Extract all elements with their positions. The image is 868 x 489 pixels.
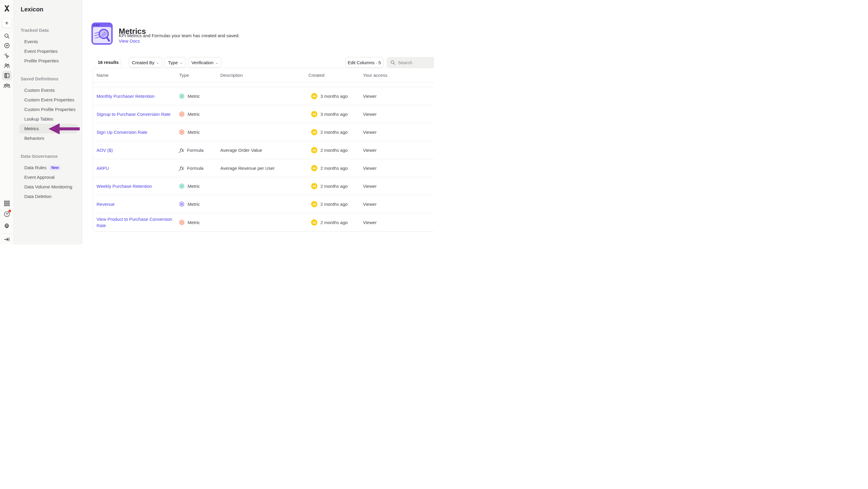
metric-name-link[interactable]: ARPU bbox=[96, 165, 109, 171]
access-cell: Viewer bbox=[363, 87, 377, 105]
column-header-type[interactable]: Type bbox=[179, 68, 189, 83]
sidebar-item-profile-properties[interactable]: Profile Properties bbox=[19, 56, 78, 66]
sidebar-item-custom-profile-properties[interactable]: Custom Profile Properties bbox=[19, 105, 78, 114]
metric-name-link[interactable]: View Product to Purchase Conversion Rate bbox=[96, 216, 175, 229]
chevron-down-icon: ⌄ bbox=[215, 61, 218, 64]
access-cell: Viewer bbox=[363, 105, 377, 123]
sidebar-item-label: Custom Event Properties bbox=[24, 97, 74, 102]
metric-name-link[interactable]: Monthly Purchaser Retention bbox=[96, 93, 154, 99]
sidebar-item-behaviors[interactable]: Behaviors bbox=[19, 134, 78, 143]
sidebar-item-label: Events bbox=[24, 39, 38, 44]
metric-hexagon-icon bbox=[179, 220, 184, 225]
sidebar-group-saved-definitions: Saved DefinitionsCustom EventsCustom Eve… bbox=[14, 74, 82, 143]
metric-hexagon-icon bbox=[179, 111, 184, 117]
type-cell: Metric bbox=[179, 177, 200, 195]
sidebar-item-custom-events[interactable]: Custom Events bbox=[19, 86, 78, 95]
type-label: Metric bbox=[188, 220, 200, 225]
created-cell: JB3 months ago bbox=[311, 87, 348, 105]
edit-columns-button[interactable]: Edit Columns · 5 bbox=[345, 57, 383, 68]
filter-verification-button[interactable]: Verification⌄ bbox=[188, 57, 221, 68]
view-docs-link[interactable]: View Docs bbox=[119, 38, 140, 44]
creator-avatar: JB bbox=[311, 219, 317, 226]
created-cell: JB2 months ago bbox=[311, 195, 348, 213]
sidebar-item-data-volume-monitoring[interactable]: Data Volume Monitoring bbox=[19, 182, 78, 192]
metric-name-link[interactable]: Revenue bbox=[96, 201, 115, 207]
sidebar-title: Lexicon bbox=[14, 5, 82, 13]
search-icon[interactable] bbox=[2, 31, 12, 41]
cohorts-icon[interactable] bbox=[2, 81, 12, 91]
sidebar-section-label: Tracked Data bbox=[14, 26, 82, 35]
type-cell: ƒxFormula bbox=[179, 141, 204, 159]
column-header-name[interactable]: Name bbox=[96, 68, 108, 83]
apps-grid-icon[interactable] bbox=[2, 199, 12, 208]
mixpanel-logo-icon[interactable] bbox=[2, 4, 12, 13]
created-cell: JB3 months ago bbox=[311, 105, 348, 123]
collapse-sign-out-icon[interactable] bbox=[2, 235, 12, 244]
created-cell: JB2 months ago bbox=[311, 177, 348, 195]
sidebar-item-event-approval[interactable]: Event Approval bbox=[19, 173, 78, 182]
metric-name-link[interactable]: Sign Up Conversion Rate bbox=[96, 129, 147, 135]
boards-compass-icon[interactable] bbox=[2, 41, 12, 50]
chevron-down-icon: ⌄ bbox=[180, 61, 183, 64]
sidebar-item-label: Event Approval bbox=[24, 175, 55, 180]
chevron-down-icon: ⌄ bbox=[156, 61, 159, 64]
metric-hexagon-icon bbox=[179, 183, 184, 189]
created-time: 3 months ago bbox=[320, 112, 348, 117]
create-new-button[interactable]: + bbox=[2, 18, 12, 28]
users-icon[interactable] bbox=[2, 61, 12, 70]
sidebar-section-label: Saved Definitions bbox=[14, 74, 82, 84]
column-header-created[interactable]: Created bbox=[308, 68, 324, 83]
search-input[interactable] bbox=[398, 60, 434, 65]
type-label: Metric bbox=[188, 112, 200, 117]
metric-name-link[interactable]: Signup to Purchase Conversion Rate bbox=[96, 111, 170, 117]
page-subtitle: KPI Metrics and Formulas your team has c… bbox=[119, 33, 240, 38]
type-label: Metric bbox=[188, 183, 200, 189]
name-cell: ARPU bbox=[96, 159, 175, 177]
filter-created-by-button[interactable]: Created By⌄ bbox=[129, 57, 162, 68]
sidebar-item-data-deletion[interactable]: Data Deletion bbox=[19, 192, 78, 201]
metrics-table: Name Type Description Created Your acces… bbox=[93, 68, 434, 232]
sidebar-section-label: Data Governance bbox=[14, 151, 82, 161]
sidebar-item-label: Event Properties bbox=[24, 49, 58, 54]
sidebar-group-tracked-data: Tracked DataEventsEvent PropertiesProfil… bbox=[14, 26, 82, 66]
created-time: 2 months ago bbox=[320, 166, 348, 171]
sidebar-item-label: Custom Profile Properties bbox=[24, 107, 75, 112]
description-cell: Average Order Value bbox=[220, 141, 262, 159]
notification-dot bbox=[8, 210, 11, 212]
metric-name-link[interactable]: AOV ($) bbox=[96, 147, 113, 153]
settings-gear-icon[interactable] bbox=[2, 221, 12, 231]
access-cell: Viewer bbox=[363, 141, 377, 159]
created-time: 3 months ago bbox=[320, 94, 348, 99]
table-header-row: Name Type Description Created Your acces… bbox=[93, 68, 434, 83]
filter-created-by-label: Created By bbox=[132, 60, 154, 65]
type-label: Formula bbox=[187, 166, 204, 171]
type-label: Metric bbox=[188, 94, 200, 99]
main-content: Metrics KPI Metrics and Formulas your te… bbox=[82, 0, 434, 244]
sidebar-item-lookup-tables[interactable]: Lookup Tables bbox=[19, 114, 78, 124]
type-cell: ƒxFormula bbox=[179, 159, 204, 177]
sidebar-item-custom-event-properties[interactable]: Custom Event Properties bbox=[19, 95, 78, 105]
lexicon-icon[interactable] bbox=[2, 71, 12, 80]
created-cell: JB2 months ago bbox=[311, 159, 348, 177]
description-cell: Average Revenue per User bbox=[220, 159, 275, 177]
sidebar-item-metrics[interactable]: Metrics bbox=[19, 124, 78, 134]
search-box[interactable] bbox=[386, 57, 434, 68]
name-cell: Signup to Purchase Conversion Rate bbox=[96, 105, 175, 123]
sidebar-item-data-rules[interactable]: Data RulesNew bbox=[19, 163, 78, 173]
table-row: Monthly Purchaser Retention MetricJB3 mo… bbox=[93, 87, 434, 105]
search-icon bbox=[390, 60, 395, 65]
filter-type-button[interactable]: Type⌄ bbox=[164, 57, 186, 68]
access-cell: Viewer bbox=[363, 159, 377, 177]
sidebar-item-events[interactable]: Events bbox=[19, 37, 78, 47]
sidebar-item-label: Behaviors bbox=[24, 136, 44, 141]
type-label: Metric bbox=[188, 202, 200, 207]
column-header-your-access[interactable]: Your access bbox=[363, 68, 387, 83]
metric-hexagon-icon bbox=[179, 93, 184, 99]
events-cursor-icon[interactable] bbox=[2, 51, 12, 61]
help-icon[interactable]: ? bbox=[2, 209, 12, 219]
column-header-description[interactable]: Description bbox=[220, 68, 243, 83]
table-row: Weekly Purchase Retention MetricJB2 mont… bbox=[93, 177, 434, 195]
sidebar-item-event-properties[interactable]: Event Properties bbox=[19, 47, 78, 56]
metric-name-link[interactable]: Weekly Purchase Retention bbox=[96, 183, 152, 189]
created-cell: JB2 months ago bbox=[311, 213, 348, 231]
